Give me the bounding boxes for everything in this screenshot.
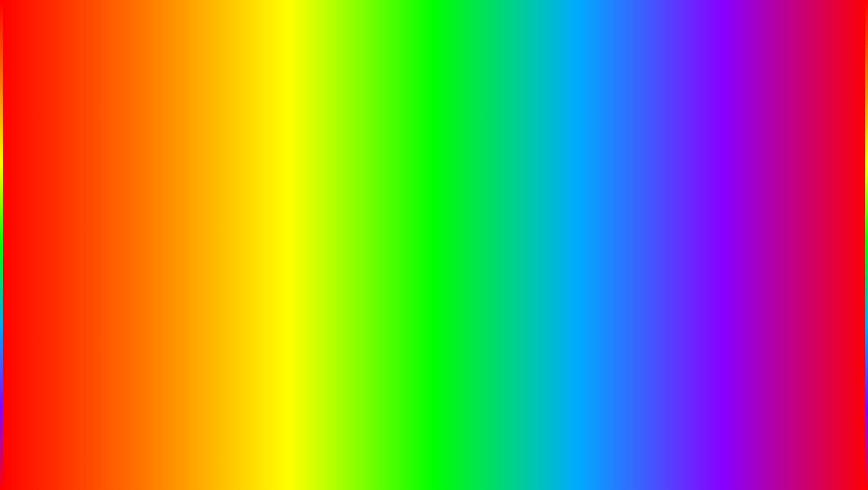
sidebar-item-farming-r[interactable]: ✕ Farming Page (386, 171, 438, 182)
raid-icon: ⚡ (47, 204, 54, 209)
skill-c-checkbox[interactable]: ✓ (259, 209, 265, 215)
sidebar-item-raid[interactable]: ⚡ Raid Page (44, 201, 97, 212)
subtitle-right: FRUIT MASTERY (385, 122, 574, 149)
logo-bottom-right: 💀 BL☠X FRUITS (727, 441, 852, 482)
logo-fruits-text: FRUITS (771, 459, 852, 482)
sidebar-item-shop-left[interactable]: ⊟ Shop Page (44, 232, 97, 243)
devil-fruit-checkbox[interactable] (259, 225, 265, 231)
left-title-bar: ▲ BLACKTRAPGUI V1.4 ✕ (44, 150, 268, 160)
sidebar-item-raid-r[interactable]: ⚡ Raid Page (386, 201, 438, 212)
right-sidebar: ⚙ Config page ✕ Farming Page ≡ Quest Pag… (386, 160, 439, 302)
title-u: U (513, 12, 567, 90)
bone-row: • Bone : 64 (443, 208, 609, 215)
title-f: F (413, 12, 459, 90)
quest-icon: ≡ (47, 184, 50, 189)
health-slider[interactable] (155, 186, 265, 187)
wifi-icon: ≋ (604, 175, 609, 182)
raid-icon-r: ⚡ (389, 204, 395, 209)
sidebar-item-status-r[interactable]: P Status Page (386, 192, 438, 201)
kill-mobs-row: • Kill Mobs Health at - 10 (101, 183, 265, 191)
click-here-button[interactable]: Click Here (579, 183, 609, 191)
sidebar-item-config-r[interactable]: ⚙ Config page (386, 161, 438, 171)
sidebar-item-shop-right[interactable]: ⊟ Shop Page (386, 232, 438, 243)
weapon-row: • Select Weapon - Death Step ≋ (443, 174, 609, 183)
quest-icon-r: ≡ (389, 184, 392, 189)
sidebar-item-bounty-left[interactable]: ◉ Bounty Page (44, 212, 97, 222)
right-title-icon: ▲ (389, 151, 396, 158)
config-icon: ⚙ (47, 163, 52, 169)
boss-farming-header: Boss Farming (101, 243, 265, 251)
auto-farm-gun-row: • Auto Farm Mastery Gun (101, 232, 265, 239)
farming-icon: ✕ (47, 174, 51, 179)
auto-farm-devil-row: • Auto Farm Mastery Devil Fruit (101, 224, 265, 232)
title-s: S (636, 12, 686, 90)
teleport-icon-r: ◎ (389, 224, 394, 230)
sidebar-item-bounty-right[interactable]: ◉ Bounty Page (386, 212, 438, 222)
status-icon-r: P (389, 194, 394, 199)
sidebar-item-teleport-left[interactable]: ◎ Teleport Page (44, 222, 97, 232)
skill-x-checkbox[interactable]: ✓ (259, 202, 265, 208)
auto-farm-level-checkbox[interactable] (603, 216, 609, 222)
bt-script: SCRIPT (405, 429, 563, 470)
select-monster-icon: ≋ (604, 247, 609, 254)
auto-farm-quest-row: • Auto Farm Select Monster (Quest) (443, 254, 609, 262)
gun-checkbox[interactable] (259, 232, 265, 238)
bt-xmas: XMAS (279, 429, 405, 470)
subtitle-no-miss: NO MISS SKILL (65, 123, 238, 149)
right-window-title: BLACKTRAPGUI V1.4 (398, 152, 444, 157)
right-content: Weapon Select • Select Weapon - Death St… (439, 160, 613, 302)
left-title-icon: ▲ (47, 151, 54, 158)
sidebar-item-teleport-right[interactable]: ◎ Teleport Page (386, 222, 438, 232)
mastery-header: Mastery Farming (101, 174, 265, 183)
select-monster-row: • Select Monster ≋ (443, 246, 609, 254)
weapon-select-header: Weapon Select (443, 162, 609, 171)
title-r: R (459, 12, 513, 90)
skill-v-checkbox[interactable]: ✓ (259, 217, 265, 223)
main-farming-header: Main Farming (443, 196, 609, 205)
misc-icon: ? (47, 245, 50, 250)
shop-icon: ⊟ (47, 235, 51, 241)
left-auto-farm-checkbox[interactable] (259, 163, 265, 169)
subtitle-mastery: MASTERY (460, 123, 574, 149)
auto-farm-quest-checkbox[interactable] (603, 255, 609, 261)
right-title-bar: ▲ BLACKTRAPGUI V1.4 ✕ (386, 150, 613, 160)
misc-icon-r: ? (389, 245, 392, 250)
sidebar-item-config[interactable]: ⚙ Config page (44, 161, 97, 171)
config-icon-r: ⚙ (389, 163, 394, 169)
logo-text-block: BL☠X FRUITS (771, 441, 852, 482)
sidebar-item-quest-r[interactable]: ≡ Quest Page (386, 182, 438, 192)
refresh-weapon-row: • Refresh Weapon Click Here (443, 183, 609, 192)
auto-farm-bone-row: • Auto Farm Bone (443, 223, 609, 230)
status-icon: P (47, 194, 53, 199)
subtitle-left: NO MISS SKILLSKILL (65, 122, 305, 149)
sidebar-item-misc-r[interactable]: ? Misc Page (386, 243, 438, 253)
bounty-icon: ◉ (47, 214, 52, 220)
main-title: BLOX FRUITS (182, 11, 686, 91)
left-content: • Auto Farm Select Monster (No Quest) Ma… (97, 160, 268, 302)
left-window-title: BLACKTRAPGUI V1.4 (56, 152, 103, 157)
skill-v-row: • Skill V ✓ (101, 216, 265, 224)
title-o: O (282, 12, 340, 90)
skill-c-row: • Skill C ✓ (101, 209, 265, 216)
sidebar-item-misc[interactable]: ? Misc Page (44, 243, 97, 253)
auto-farm-bone-checkbox[interactable] (603, 223, 609, 229)
auto-farm-level-row: • Auto Farm Level + Quest (443, 215, 609, 223)
skull-logo: 💀 (727, 441, 767, 482)
title-b: B (182, 12, 236, 90)
farming-icon-r: ✕ (389, 174, 393, 179)
title-x: X (340, 12, 390, 90)
skill-z-checkbox[interactable]: ✓ (259, 194, 265, 200)
subtitle-skill: SKILL (238, 123, 305, 149)
left-auto-farm-row: • Auto Farm Select Monster (No Quest) (101, 162, 265, 170)
bounty-icon-r: ◉ (389, 214, 394, 220)
sidebar-item-status[interactable]: P Status Page (44, 192, 97, 201)
right-close-button[interactable]: ✕ (604, 151, 610, 158)
left-sidebar: ⚙ Config page ✕ Farming Page ≡ Quest Pag… (44, 160, 97, 302)
left-close-button[interactable]: ✕ (260, 151, 266, 158)
skill-x-row: • Skill X ✓ (101, 201, 265, 209)
sidebar-item-farming[interactable]: ✕ Farming Page (44, 171, 97, 182)
sidebar-item-quest[interactable]: ≡ Quest Page (44, 182, 97, 192)
teleport-icon: ◎ (47, 224, 52, 230)
title-i: I (567, 12, 590, 90)
subtitle-fruit: FRUIT (385, 123, 460, 149)
